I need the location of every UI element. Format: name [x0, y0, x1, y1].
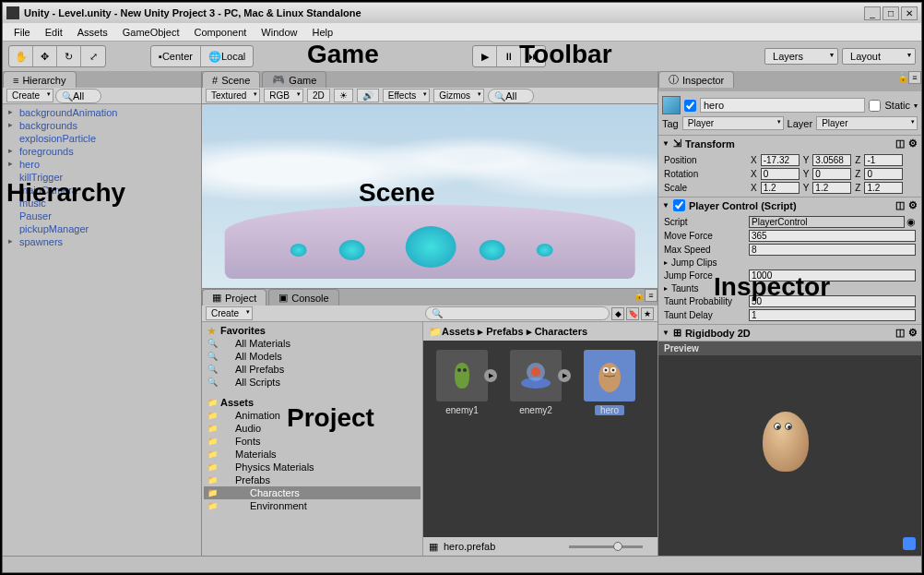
local-button[interactable]: 🌐 Local — [201, 46, 253, 66]
move-tool[interactable]: ✥ — [33, 46, 57, 66]
move-force-field[interactable] — [749, 230, 916, 242]
console-tab[interactable]: ▣ Console — [268, 289, 338, 305]
panel-menu-button[interactable]: ≡ — [645, 289, 657, 302]
menu-gameobject[interactable]: GameObject — [115, 25, 187, 40]
layers-dropdown[interactable]: Layers — [764, 48, 838, 65]
hierarchy-tab[interactable]: ≡ Hierarchy — [3, 71, 77, 88]
2d-toggle[interactable]: 2D — [307, 89, 330, 102]
hierarchy-item[interactable]: pickupManager — [6, 222, 197, 235]
fav-item[interactable]: All Scripts — [204, 376, 421, 389]
fav-item[interactable]: All Prefabs — [204, 363, 421, 376]
gear-icon[interactable] — [908, 138, 918, 150]
folder-item[interactable]: Materials — [204, 448, 421, 461]
hierarchy-search[interactable]: 🔍All — [55, 89, 101, 103]
taunt-delay-field[interactable] — [749, 309, 916, 321]
close-button[interactable]: ✕ — [901, 6, 918, 20]
fav-item[interactable]: All Materials — [204, 337, 421, 350]
chevron-right-icon[interactable]: ▸ — [664, 258, 668, 267]
asset-hero[interactable]: hero — [580, 350, 639, 528]
hierarchy-item[interactable]: foregrounds — [6, 145, 197, 158]
menu-file[interactable]: File — [6, 25, 38, 40]
static-checkbox[interactable] — [869, 100, 881, 112]
breadcrumb[interactable]: 📁 Assets ▸ Prefabs ▸ Characters — [423, 322, 657, 341]
tag-dropdown[interactable]: Player — [682, 116, 784, 130]
panel-menu-button[interactable]: ≡ — [908, 71, 921, 84]
rot-x[interactable] — [761, 168, 800, 180]
menu-assets[interactable]: Assets — [70, 25, 115, 40]
scene-tab[interactable]: # Scene — [202, 71, 260, 88]
asset-bundle-icon[interactable] — [903, 537, 916, 550]
hierarchy-item[interactable]: music — [6, 197, 197, 210]
help-icon[interactable]: ◫ — [895, 138, 905, 150]
project-tree[interactable]: Favorites All Materials All Models All P… — [202, 322, 423, 556]
help-icon[interactable]: ◫ — [895, 199, 905, 211]
scale-z[interactable] — [864, 182, 903, 194]
folder-item[interactable]: Audio — [204, 422, 421, 435]
scale-x[interactable] — [761, 182, 800, 194]
lock-icon[interactable] — [634, 289, 645, 305]
chevron-down-icon[interactable]: ▾ — [914, 102, 918, 110]
object-picker-icon[interactable]: ◉ — [906, 216, 916, 228]
taunt-prob-field[interactable] — [749, 295, 916, 307]
lock-icon[interactable] — [897, 71, 908, 88]
chevron-right-icon[interactable]: ▸ — [664, 284, 668, 293]
asset-enemy2[interactable]: ▶ enemy2 — [506, 350, 565, 528]
hand-tool[interactable]: ✋ — [9, 46, 33, 66]
hierarchy-item[interactable]: backgroundAnimation — [6, 106, 197, 119]
hierarchy-item[interactable]: backgrounds — [6, 119, 197, 132]
pause-button[interactable]: ⏸ — [497, 46, 521, 66]
hierarchy-item[interactable]: explosionParticle — [6, 132, 197, 145]
preview-header[interactable]: Preview — [658, 341, 921, 355]
project-search[interactable]: 🔍 — [425, 306, 610, 320]
rot-y[interactable] — [812, 168, 851, 180]
scale-y[interactable] — [812, 182, 851, 194]
folder-environment[interactable]: Environment — [204, 499, 421, 512]
play-icon[interactable]: ▶ — [558, 369, 571, 382]
center-button[interactable]: ▪ Center — [151, 46, 201, 66]
folder-item[interactable]: Physics Materials — [204, 461, 421, 473]
hierarchy-item[interactable]: spawners — [6, 235, 197, 248]
layout-dropdown[interactable]: Layout — [842, 48, 916, 65]
max-speed-field[interactable] — [749, 244, 916, 256]
play-icon[interactable]: ▶ — [484, 369, 497, 382]
pos-x[interactable] — [761, 154, 800, 166]
jump-force-field[interactable] — [749, 270, 916, 282]
minimize-button[interactable]: _ — [864, 6, 881, 20]
name-field[interactable] — [700, 98, 865, 113]
play-button[interactable]: ▶ — [473, 46, 497, 66]
rotate-tool[interactable]: ↻ — [57, 46, 81, 66]
maximize-button[interactable]: □ — [883, 6, 899, 20]
transform-header[interactable]: ⇲ Transform ◫ — [658, 136, 921, 151]
gizmos-dropdown[interactable]: Gizmos — [433, 89, 484, 102]
script-field[interactable] — [749, 216, 905, 228]
player-control-header[interactable]: Player Control (Script) ◫ — [658, 198, 921, 213]
render-mode-dropdown[interactable]: Textured — [206, 89, 260, 102]
folder-item[interactable]: Prefabs — [204, 473, 421, 486]
favorites-root[interactable]: Favorites — [204, 324, 421, 337]
pos-y[interactable] — [812, 154, 851, 166]
help-icon[interactable]: ◫ — [895, 327, 905, 339]
filter-button[interactable]: ◆ — [611, 307, 624, 320]
slider-handle[interactable] — [613, 542, 622, 551]
menu-help[interactable]: Help — [304, 25, 340, 40]
asset-enemy1[interactable]: ▶ enemy1 — [432, 350, 492, 528]
hierarchy-item[interactable]: Pauser — [6, 210, 197, 222]
light-toggle[interactable]: ☀ — [334, 89, 353, 102]
scene-viewport[interactable]: Scene — [202, 104, 657, 288]
hierarchy-list[interactable]: backgroundAnimation backgrounds explosio… — [3, 104, 201, 556]
effects-dropdown[interactable]: Effects — [383, 89, 430, 102]
menu-component[interactable]: Component — [186, 25, 254, 40]
inspector-tab[interactable]: ⓘ Inspector — [658, 71, 734, 88]
rgb-dropdown[interactable]: RGB — [264, 89, 303, 102]
active-checkbox[interactable] — [684, 100, 696, 112]
hierarchy-item[interactable]: hero — [6, 158, 197, 171]
folder-item[interactable]: Fonts — [204, 435, 421, 448]
gear-icon[interactable] — [908, 199, 918, 211]
game-tab[interactable]: 🎮 Game — [262, 71, 326, 88]
assets-root[interactable]: Assets — [204, 396, 421, 409]
label-button[interactable]: 🔖 — [626, 307, 639, 320]
rigidbody-header[interactable]: ⊞ Rigidbody 2D ◫ — [658, 325, 921, 341]
hierarchy-item[interactable]: mainCamera — [6, 184, 197, 197]
menu-edit[interactable]: Edit — [38, 25, 70, 40]
scene-search[interactable]: 🔍All — [488, 89, 534, 103]
